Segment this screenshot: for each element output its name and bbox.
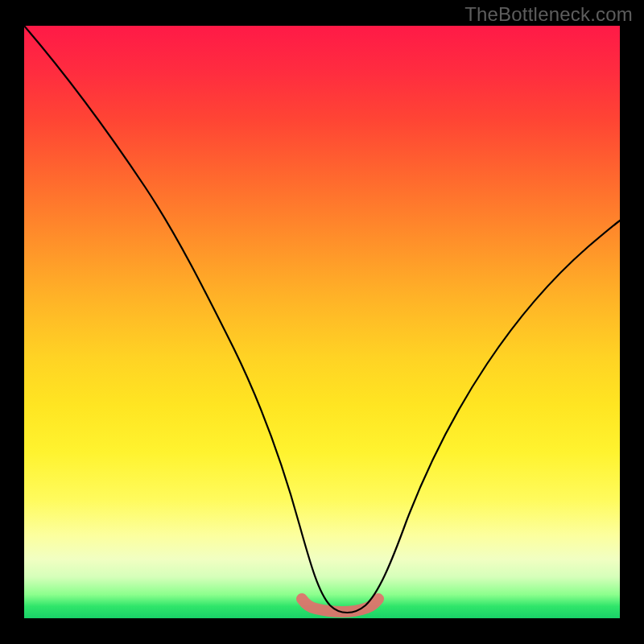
bottleneck-curve <box>24 26 620 613</box>
chart-frame: TheBottleneck.com <box>0 0 644 644</box>
curve-layer <box>24 26 620 618</box>
valley-highlight-stroke <box>302 599 378 612</box>
watermark-text: TheBottleneck.com <box>464 3 633 26</box>
plot-area <box>24 26 620 618</box>
